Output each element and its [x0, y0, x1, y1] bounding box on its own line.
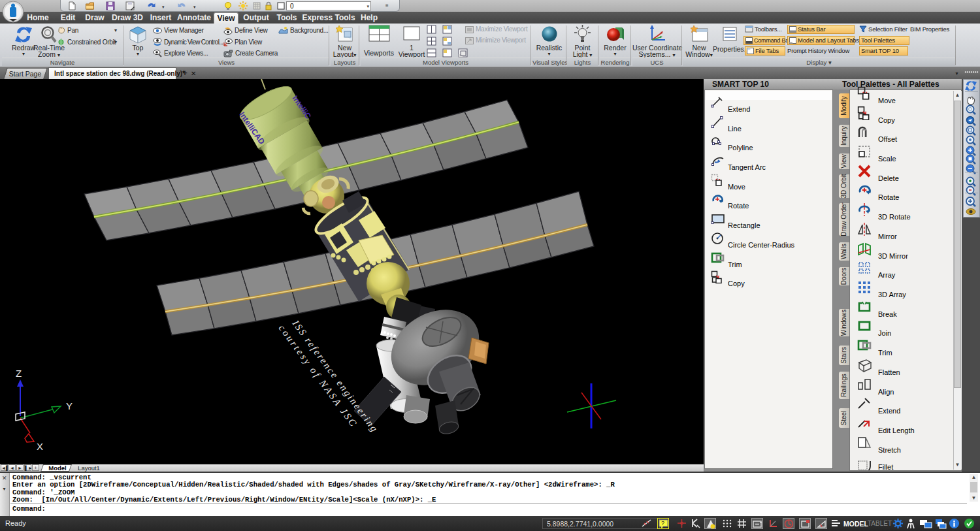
- svg-text:X: X: [37, 441, 43, 452]
- svg-text:Z: Z: [16, 368, 22, 379]
- svg-text:?: ?: [661, 520, 664, 526]
- svg-text:Y: Y: [66, 400, 73, 411]
